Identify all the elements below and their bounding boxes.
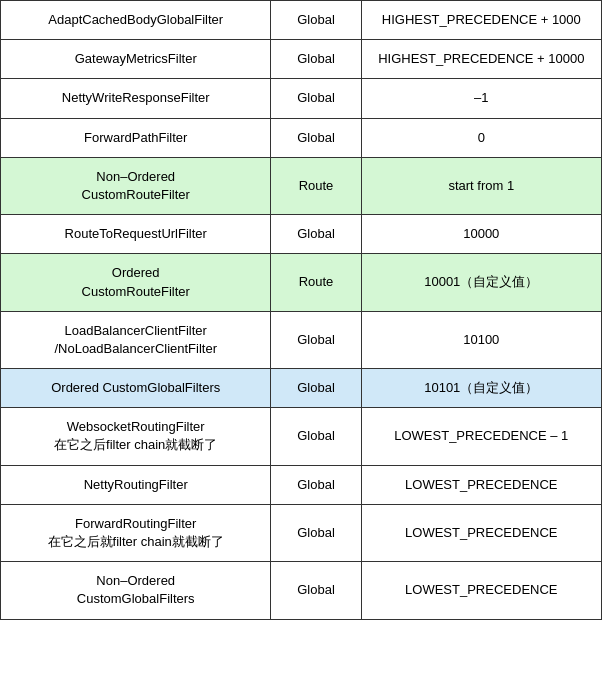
- order-cell: 0: [361, 118, 601, 157]
- filter-cell: Non–OrderedCustomGlobalFilters: [1, 562, 271, 619]
- order-cell: LOWEST_PRECEDENCE: [361, 504, 601, 561]
- order-cell: HIGHEST_PRECEDENCE + 10000: [361, 40, 601, 79]
- filter-cell: Ordered CustomGlobalFilters: [1, 369, 271, 408]
- order-cell: LOWEST_PRECEDENCE: [361, 465, 601, 504]
- scope-cell: Global: [271, 504, 361, 561]
- order-cell: HIGHEST_PRECEDENCE + 1000: [361, 1, 601, 40]
- table-row: AdaptCachedBodyGlobalFilterGlobalHIGHEST…: [1, 1, 602, 40]
- table-row: Ordered CustomGlobalFiltersGlobal10101（自…: [1, 369, 602, 408]
- table-row: NettyWriteResponseFilterGlobal–1: [1, 79, 602, 118]
- table-row: OrderedCustomRouteFilterRoute10001（自定义值）: [1, 254, 602, 311]
- filter-cell: WebsocketRoutingFilter在它之后filter chain就截…: [1, 408, 271, 465]
- scope-cell: Route: [271, 254, 361, 311]
- filter-table: AdaptCachedBodyGlobalFilterGlobalHIGHEST…: [0, 0, 602, 620]
- order-cell: LOWEST_PRECEDENCE: [361, 562, 601, 619]
- table-row: RouteToRequestUrlFilterGlobal10000: [1, 215, 602, 254]
- order-cell: LOWEST_PRECEDENCE – 1: [361, 408, 601, 465]
- scope-cell: Global: [271, 40, 361, 79]
- table-row: Non–OrderedCustomRouteFilterRoutestart f…: [1, 157, 602, 214]
- filter-cell: ForwardPathFilter: [1, 118, 271, 157]
- table-row: Non–OrderedCustomGlobalFiltersGlobalLOWE…: [1, 562, 602, 619]
- filter-cell: AdaptCachedBodyGlobalFilter: [1, 1, 271, 40]
- table-row: WebsocketRoutingFilter在它之后filter chain就截…: [1, 408, 602, 465]
- scope-cell: Global: [271, 369, 361, 408]
- filter-cell: LoadBalancerClientFilter/NoLoadBalancerC…: [1, 311, 271, 368]
- scope-cell: Route: [271, 157, 361, 214]
- scope-cell: Global: [271, 118, 361, 157]
- table-row: GatewayMetricsFilterGlobalHIGHEST_PRECED…: [1, 40, 602, 79]
- filter-cell: GatewayMetricsFilter: [1, 40, 271, 79]
- scope-cell: Global: [271, 79, 361, 118]
- scope-cell: Global: [271, 562, 361, 619]
- scope-cell: Global: [271, 465, 361, 504]
- scope-cell: Global: [271, 311, 361, 368]
- table-row: NettyRoutingFilterGlobalLOWEST_PRECEDENC…: [1, 465, 602, 504]
- order-cell: 10101（自定义值）: [361, 369, 601, 408]
- order-cell: 10000: [361, 215, 601, 254]
- scope-cell: Global: [271, 1, 361, 40]
- filter-cell: RouteToRequestUrlFilter: [1, 215, 271, 254]
- order-cell: 10001（自定义值）: [361, 254, 601, 311]
- filter-cell: NettyRoutingFilter: [1, 465, 271, 504]
- scope-cell: Global: [271, 408, 361, 465]
- table-row: ForwardPathFilterGlobal0: [1, 118, 602, 157]
- filter-cell: OrderedCustomRouteFilter: [1, 254, 271, 311]
- order-cell: start from 1: [361, 157, 601, 214]
- filter-cell: NettyWriteResponseFilter: [1, 79, 271, 118]
- order-cell: 10100: [361, 311, 601, 368]
- filter-cell: Non–OrderedCustomRouteFilter: [1, 157, 271, 214]
- filter-cell: ForwardRoutingFilter在它之后就filter chain就截断…: [1, 504, 271, 561]
- order-cell: –1: [361, 79, 601, 118]
- table-row: ForwardRoutingFilter在它之后就filter chain就截断…: [1, 504, 602, 561]
- table-row: LoadBalancerClientFilter/NoLoadBalancerC…: [1, 311, 602, 368]
- scope-cell: Global: [271, 215, 361, 254]
